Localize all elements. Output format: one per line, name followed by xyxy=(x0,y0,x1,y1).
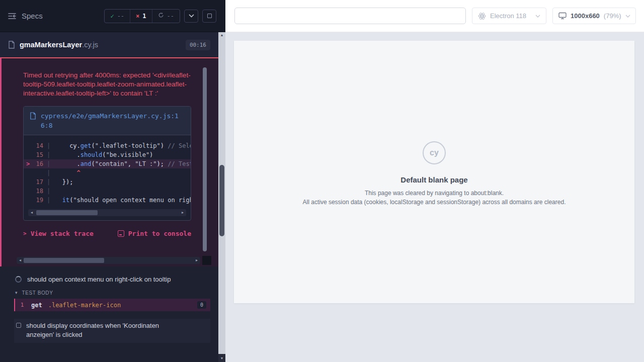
cross-icon: × xyxy=(136,13,139,19)
print-to-console-label: Print to console xyxy=(128,230,191,237)
reporter-header-controls: ✓ -- × 1 -- xyxy=(104,9,216,23)
command-number: 1 xyxy=(17,302,27,308)
spec-name-base: gmaMarkersLayer xyxy=(20,41,82,49)
error-scrollbar-thumb[interactable] xyxy=(24,258,104,263)
test-title: should open context menu on right-click … xyxy=(27,276,171,283)
reporter-scrollbar-thumb[interactable] xyxy=(219,165,224,236)
reporter-scrollbar[interactable]: ▲ ▼ xyxy=(218,32,225,362)
view-stack-trace-button[interactable]: > View stack trace xyxy=(23,230,94,237)
stat-failed: × 1 xyxy=(130,10,151,23)
scroll-right-arrow-icon[interactable]: ▸ xyxy=(194,257,200,264)
collapse-tests-button[interactable] xyxy=(184,10,198,23)
command-message: .leaflet-marker-icon xyxy=(48,302,197,309)
cypress-runner-window: Specs ✓ -- × 1 -- xyxy=(0,0,644,362)
stop-button[interactable] xyxy=(202,10,216,23)
monitor-icon xyxy=(558,12,567,20)
viewport-size: 1000x660 xyxy=(571,12,600,20)
scroll-left-arrow-icon[interactable]: ◂ xyxy=(29,209,35,216)
test-item-running[interactable]: should open context menu on right-click … xyxy=(0,274,218,285)
stat-passed: ✓ -- xyxy=(105,10,130,23)
reporter-header: Specs ✓ -- × 1 -- xyxy=(0,0,225,32)
reporter-panel: gmaMarkersLayer.cy.js 00:16 Timed out re… xyxy=(0,32,218,362)
spinner-icon xyxy=(15,276,22,283)
spec-header: gmaMarkersLayer.cy.js 00:16 xyxy=(0,32,218,57)
specs-label: Specs xyxy=(22,12,43,20)
error-message: Timed out retrying after 4000ms: expecte… xyxy=(23,71,192,98)
code-scrollbar-thumb[interactable] xyxy=(36,210,98,215)
stat-pending: -- xyxy=(152,10,180,23)
test-item-pending[interactable]: should display coordinates when 'Koordin… xyxy=(14,319,210,343)
aut-page-title: Default blank page xyxy=(234,175,634,184)
specs-menu-icon[interactable] xyxy=(8,13,17,20)
code-frame: cypress/e2e/gmaMarkersLayer.cy.js:16:8 1… xyxy=(23,106,191,221)
url-input[interactable] xyxy=(234,8,466,24)
code-frame-file-link[interactable]: cypress/e2e/gmaMarkersLayer.cy.js:16:8 xyxy=(41,111,185,130)
stack-chevron-icon: > xyxy=(23,230,27,237)
chevron-down-icon xyxy=(625,15,630,18)
console-icon xyxy=(118,230,124,237)
command-log-row[interactable]: 1 get .leaflet-marker-icon 0 xyxy=(14,299,210,311)
test-body-section-toggle[interactable]: ▾ TEST BODY xyxy=(0,288,218,297)
aut-header: Electron 118 1000x660 (79%) xyxy=(225,0,644,32)
check-icon: ✓ xyxy=(110,13,114,20)
pending-square-icon xyxy=(16,323,21,328)
chevron-down-icon xyxy=(535,15,540,18)
error-scrollbar-vertical[interactable] xyxy=(203,67,207,251)
aut-preview-area: cy Default blank page This page was clea… xyxy=(225,32,644,362)
print-to-console-button[interactable]: Print to console xyxy=(118,230,191,237)
viewport-scale: (79%) xyxy=(604,12,621,20)
spec-duration-badge: 00:16 xyxy=(186,40,210,50)
scroll-right-arrow-icon[interactable]: ▸ xyxy=(180,209,186,216)
test-stats: ✓ -- × 1 -- xyxy=(104,9,180,23)
scroll-down-arrow-icon[interactable]: ▼ xyxy=(218,354,225,362)
scroll-left-arrow-icon[interactable]: ◂ xyxy=(17,257,23,264)
code-lines: 14| cy.get(".leaflet-tooltip") // Sele 1… xyxy=(24,135,191,206)
section-chevron-icon: ▾ xyxy=(15,290,18,295)
chevron-down-icon xyxy=(189,14,194,18)
browser-label: Electron 118 xyxy=(490,12,531,20)
spec-file-icon xyxy=(8,41,15,49)
electron-icon xyxy=(478,12,486,20)
test-error-panel: Timed out retrying after 4000ms: expecte… xyxy=(0,57,218,266)
aut-page-message-2: All active session data (cookies, localS… xyxy=(234,199,634,206)
passed-count: -- xyxy=(117,13,124,20)
error-actions-row: > View stack trace Print to console xyxy=(23,230,191,237)
refresh-icon xyxy=(158,12,164,20)
stop-icon xyxy=(207,14,212,18)
error-scrollbar-horizontal[interactable]: ◂ ▸ xyxy=(17,257,200,264)
test-title: should display coordinates when 'Koordin… xyxy=(26,321,188,339)
code-file-icon xyxy=(30,112,36,120)
command-count-badge: 0 xyxy=(197,301,206,309)
spec-name: gmaMarkersLayer.cy.js xyxy=(20,41,98,49)
scrollbar-corner xyxy=(202,256,211,265)
code-scrollbar-horizontal[interactable]: ◂ ▸ xyxy=(28,209,186,216)
test-body-label: TEST BODY xyxy=(22,290,53,296)
aut-page-content: cy Default blank page This page was clea… xyxy=(234,41,634,206)
aut-page-message-1: This page was cleared by navigating to a… xyxy=(234,190,634,197)
spec-name-ext: .cy.js xyxy=(82,41,98,49)
aut-page: cy Default blank page This page was clea… xyxy=(234,41,634,303)
view-stack-trace-label: View stack trace xyxy=(31,230,94,237)
browser-selector[interactable]: Electron 118 xyxy=(472,8,546,24)
cypress-logo: cy xyxy=(423,141,446,164)
viewport-selector[interactable]: 1000x660 (79%) xyxy=(552,8,636,24)
code-frame-header: cypress/e2e/gmaMarkersLayer.cy.js:16:8 xyxy=(24,107,191,135)
failed-count: 1 xyxy=(142,13,146,20)
scroll-up-arrow-icon[interactable]: ▲ xyxy=(218,33,225,37)
command-method: get xyxy=(31,302,42,309)
pending-count: -- xyxy=(167,13,174,20)
